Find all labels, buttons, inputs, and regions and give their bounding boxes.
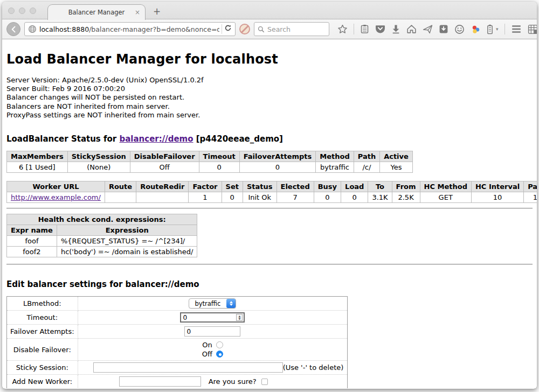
cell-passes: 1 (0) bbox=[524, 192, 537, 203]
cell-expression: %{REQUEST_STATUS} =~ /^[234]/ bbox=[57, 236, 197, 247]
square-download-icon[interactable] bbox=[439, 24, 448, 34]
column-header: From bbox=[392, 181, 420, 192]
failover-label: Failover Attempts: bbox=[7, 325, 78, 339]
menu-icon[interactable] bbox=[511, 24, 522, 34]
worker-table: Worker URL Route RouteRedir Factor Set S… bbox=[6, 181, 537, 203]
cell-busy: 0 bbox=[314, 192, 341, 203]
select-stepper-icon bbox=[226, 299, 236, 308]
column-header: DisableFailover bbox=[130, 151, 199, 162]
radio-on-label: On bbox=[202, 341, 212, 349]
cell-routeredir bbox=[136, 192, 189, 203]
column-header: Expr name bbox=[7, 225, 57, 236]
table-row: http://www.example.com/ 1 0 Init Ok 7 0 … bbox=[7, 192, 537, 203]
colors-extension-icon[interactable] bbox=[471, 24, 481, 34]
window-controls[interactable] bbox=[8, 8, 36, 14]
window-zoom-icon[interactable] bbox=[30, 8, 36, 14]
column-header: Timeout bbox=[199, 151, 239, 162]
column-header: Factor bbox=[189, 181, 222, 192]
form-row-add-worker: Add New Worker: Are you sure? bbox=[7, 375, 348, 388]
url-host: localhost:8880 bbox=[39, 25, 89, 33]
battery-icon[interactable] bbox=[487, 24, 493, 34]
search-placeholder: Search bbox=[267, 25, 291, 33]
toolbar-divider bbox=[354, 24, 354, 34]
column-header: Elected bbox=[277, 181, 314, 192]
table-row: 6 [1 Used] (None) Off 0 0 bytraffic /c/ … bbox=[7, 162, 413, 173]
table-row: foof2 hc('body') =~ /domain is establish… bbox=[7, 247, 197, 257]
failover-input[interactable]: 0 bbox=[184, 326, 240, 337]
window-minimize-icon[interactable] bbox=[19, 8, 25, 14]
window-close-icon[interactable] bbox=[8, 8, 15, 14]
new-tab-button[interactable]: + bbox=[153, 6, 161, 17]
cell-path: /c/ bbox=[354, 162, 379, 173]
tab-close-icon[interactable]: × bbox=[135, 9, 140, 16]
column-header: Passes bbox=[524, 181, 537, 192]
table-row: foof %{REQUEST_STATUS} =~ /^[234]/ bbox=[7, 236, 197, 247]
radio-off-label: Off bbox=[202, 350, 212, 358]
reload-icon bbox=[224, 24, 232, 32]
cell-active: Yes bbox=[380, 162, 413, 173]
balancer-settings-form: LBmethod: bytraffic Timeout: 0 ▲▼ bbox=[6, 296, 348, 388]
tab-bar: Balancer Manager × + bbox=[2, 2, 537, 19]
balancer-link[interactable]: balancer://demo bbox=[119, 134, 193, 144]
send-plane-icon[interactable] bbox=[423, 24, 433, 34]
form-row-lbmethod: LBmethod: bytraffic bbox=[7, 297, 348, 311]
cell-hc-method: GET bbox=[420, 192, 471, 203]
timeout-input[interactable]: 0 ▲▼ bbox=[180, 312, 245, 323]
column-header: HC Method bbox=[420, 181, 471, 192]
status-heading: LoadBalancer Status for balancer://demo … bbox=[6, 134, 533, 144]
server-built: Server Built: Feb 9 2016 07:00:20 bbox=[6, 85, 533, 93]
cell-expression: hc('body') =~ /domain is established/ bbox=[57, 247, 197, 257]
reading-list-icon[interactable] bbox=[360, 24, 369, 34]
disable-failover-label: Disable Failover: bbox=[7, 339, 78, 361]
reload-button[interactable] bbox=[224, 24, 233, 34]
cell-to: 3.1K bbox=[368, 192, 392, 203]
cell-disablefailover: Off bbox=[130, 162, 199, 173]
grid-icon[interactable] bbox=[528, 24, 537, 34]
worker-url-link[interactable]: http://www.example.com/ bbox=[11, 193, 101, 201]
divider bbox=[6, 264, 533, 265]
home-icon[interactable] bbox=[406, 24, 417, 34]
column-header: Status bbox=[243, 181, 277, 192]
cell-load: 0 bbox=[341, 192, 368, 203]
server-info: Server Version: Apache/2.5.0-dev (Unix) … bbox=[6, 76, 533, 120]
smiley-feedback-icon[interactable] bbox=[454, 24, 465, 34]
column-header: RouteRedir bbox=[136, 181, 189, 192]
back-button[interactable] bbox=[6, 22, 20, 36]
url-bar[interactable]: localhost:8880/balancer-manager?b=demo&n… bbox=[24, 22, 236, 36]
add-worker-input[interactable] bbox=[119, 376, 201, 387]
navigation-toolbar: localhost:8880/balancer-manager?b=demo&n… bbox=[2, 19, 537, 39]
pocket-icon[interactable] bbox=[375, 24, 385, 34]
cell-from: 2.5K bbox=[392, 192, 420, 203]
column-header: Set bbox=[222, 181, 243, 192]
column-header: HC Interval bbox=[471, 181, 523, 192]
cell-hc-interval: 10 bbox=[471, 192, 523, 203]
are-you-sure-checkbox[interactable] bbox=[261, 379, 268, 385]
radio-on[interactable] bbox=[216, 341, 223, 348]
number-spinner-icon[interactable]: ▲▼ bbox=[236, 314, 243, 321]
dropdown-caret-icon[interactable]: ▾ bbox=[496, 26, 499, 32]
tab-balancer-manager[interactable]: Balancer Manager × bbox=[47, 4, 146, 20]
column-header: Method bbox=[316, 151, 354, 162]
lbmethod-selected-value: bytraffic bbox=[195, 300, 220, 307]
search-bar[interactable]: Search bbox=[254, 22, 329, 36]
radio-off[interactable] bbox=[216, 351, 223, 358]
sticky-session-input[interactable] bbox=[93, 362, 283, 373]
health-check-table: Health check cond. expressions: Expr nam… bbox=[6, 214, 197, 257]
server-version: Server Version: Apache/2.5.0-dev (Unix) … bbox=[6, 76, 533, 85]
download-arrow-icon[interactable] bbox=[391, 24, 400, 34]
url-text[interactable]: localhost:8880/balancer-manager?b=demo&n… bbox=[39, 25, 219, 33]
persist-note: Balancer changes will NOT be persisted o… bbox=[6, 93, 533, 102]
sticky-label: Sticky Session: bbox=[7, 361, 78, 375]
cell-maxmembers: 6 [1 Used] bbox=[7, 162, 68, 173]
toolbar-divider bbox=[505, 24, 505, 34]
content-block-icon[interactable] bbox=[239, 24, 250, 34]
bookmark-star-icon[interactable] bbox=[337, 24, 348, 34]
column-header: MaxMembers bbox=[7, 151, 68, 162]
lbmethod-label: LBmethod: bbox=[7, 297, 78, 311]
column-header: Busy bbox=[314, 181, 341, 192]
table-header-row: MaxMembers StickySession DisableFailover… bbox=[7, 151, 413, 162]
lbmethod-select[interactable]: bytraffic bbox=[189, 298, 236, 309]
cell-method: bytraffic bbox=[316, 162, 354, 173]
failover-value: 0 bbox=[186, 328, 191, 335]
timeout-value: 0 bbox=[183, 314, 187, 321]
